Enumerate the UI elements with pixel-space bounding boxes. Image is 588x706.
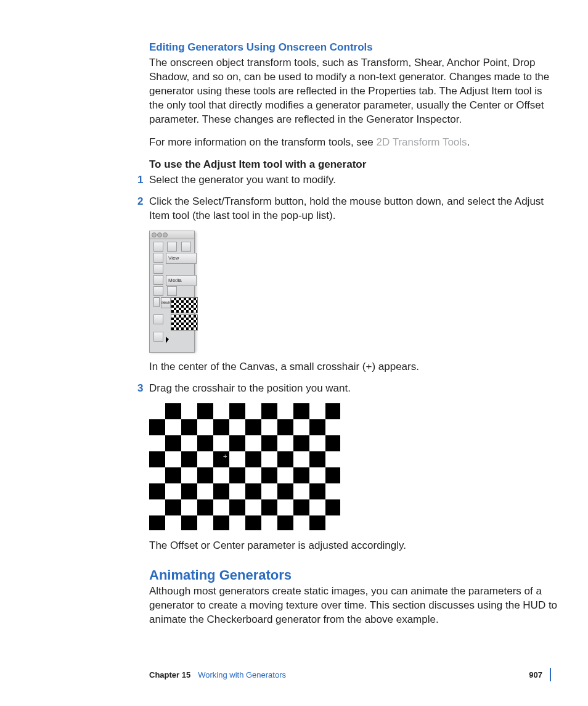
footer-chapter: Chapter 15 (149, 670, 190, 679)
dropdown-icon (167, 286, 177, 296)
media-button: Media (166, 275, 197, 286)
page-footer: Chapter 15 Working with Generators 907 (149, 662, 558, 681)
arrow-tool-icon (153, 242, 163, 252)
window-titlebar (149, 231, 195, 239)
anchor-tool-icon (153, 264, 163, 274)
toolbar-body: View Media review (149, 239, 195, 353)
after-fig1-text: In the center of the Canvas, a small cro… (149, 360, 558, 374)
figure-toolbar: View Media review (149, 231, 195, 351)
body-para-animating: Although most generators create static i… (149, 585, 558, 627)
section-heading-editing: Editing Generators Using Onscreen Contro… (149, 41, 558, 54)
cursor-icon (166, 337, 169, 343)
body-para-2: For more information on the transform to… (149, 136, 558, 150)
step-2: Click the Select/Transform button, hold … (149, 195, 558, 223)
step-3: Drag the crosshair to the position you w… (149, 382, 558, 396)
figure-checkerboard: + (149, 403, 340, 530)
checker-thumb-1-icon (171, 297, 198, 313)
path-tool-icon (153, 314, 163, 324)
footer-rule-icon (550, 668, 551, 681)
adjust-item-tool-icon (153, 332, 163, 342)
hand-tool-icon (181, 242, 191, 252)
checker-thumb-2-icon (171, 314, 198, 330)
traffic-light-close-icon (152, 232, 157, 237)
step-1: Select the generator you want to modify. (149, 173, 558, 187)
review-button: review (161, 297, 171, 308)
mask-tool-icon (153, 286, 163, 296)
body-para-1: The onscreen object transform tools, suc… (149, 56, 558, 127)
link-2d-transform-tools[interactable]: 2D Transform Tools (377, 136, 467, 148)
section-heading-animating: Animating Generators (149, 567, 558, 584)
circle-tool-icon (153, 297, 160, 307)
traffic-light-min-icon (157, 232, 162, 237)
pointer-tool-icon (153, 253, 163, 263)
traffic-light-zoom-icon (163, 232, 168, 237)
rotate-tool-icon (167, 242, 177, 252)
task-heading: To use the Adjust Item tool with a gener… (149, 158, 558, 171)
shape-tool-icon (153, 275, 163, 285)
footer-page-number: 907 (529, 670, 542, 679)
after-fig2-text: The Offset or Center parameter is adjust… (149, 539, 558, 553)
crosshair-icon: + (223, 453, 227, 461)
para2-text-a: For more information on the transform to… (149, 136, 377, 148)
para2-text-b: . (467, 136, 470, 148)
view-button: View (166, 253, 197, 264)
footer-chapter-title: Working with Generators (198, 670, 286, 679)
